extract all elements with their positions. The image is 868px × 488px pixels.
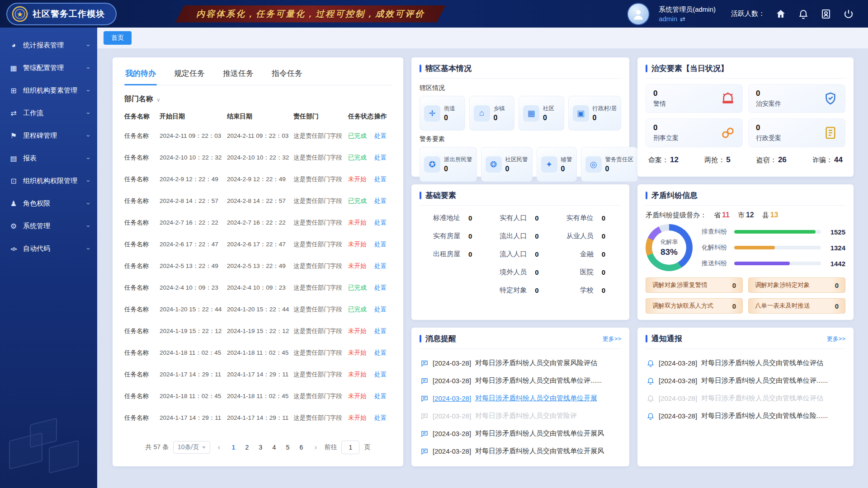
mediation-button[interactable]: 调解对象涉特定对象 0 xyxy=(748,277,845,293)
sidebar-item[interactable]: 报表 xyxy=(0,147,97,169)
user-meta: 系统管理员(admin) admin xyxy=(659,5,716,23)
handle-action-link[interactable]: 处置 xyxy=(374,154,392,162)
notice-item[interactable]: [2024-03-28] 对每日涉矛盾纠纷人员交由管线单位评...... xyxy=(646,372,845,389)
todo-tab[interactable]: 推送任务 xyxy=(222,65,255,85)
security-footer: 命案：12 两抢：5 盗窃：26 诈骗：44 xyxy=(646,147,845,165)
bar-fill xyxy=(734,246,775,249)
donut-value: 83% xyxy=(660,247,678,257)
task-name-cell: 任务名称 xyxy=(124,284,160,292)
end-date-cell: 2024-2-10 10：22：32 xyxy=(227,154,293,162)
task-name-cell: 任务名称 xyxy=(124,327,160,335)
handle-action-link[interactable]: 处置 xyxy=(374,284,392,292)
handle-action-link[interactable]: 处置 xyxy=(374,349,392,357)
handle-action-link[interactable]: 处置 xyxy=(374,371,392,379)
message-text: 对每日涉矛盾纠纷人员交由管险评 xyxy=(475,412,577,420)
basic-col: 实有单位 0 从业人员 0 金融 0 xyxy=(554,213,620,296)
police-stats: 派出所民警 0 社区民警 0 xyxy=(420,147,621,182)
task-name-cell: 任务名称 xyxy=(124,305,160,314)
handle-action-link[interactable]: 处置 xyxy=(374,262,392,270)
message-item[interactable]: [2024-03-28] 对每日涉矛盾纠纷人员交由管线单位开展风 xyxy=(420,442,621,460)
prev-page-button[interactable] xyxy=(215,443,223,451)
message-item[interactable]: [2024-03-28] 对每日涉矛盾纠纷人员交由管线单位开展风 xyxy=(420,425,621,442)
status-cell: 未开始 xyxy=(348,240,374,249)
panel-accent xyxy=(646,65,647,72)
department-cell: 这是责任部门字段 xyxy=(293,284,348,292)
department-filter[interactable]: 部门名称 xyxy=(124,94,392,104)
user-avatar[interactable] xyxy=(627,3,650,25)
col-header: 开始日期 xyxy=(160,113,227,121)
notifications-button[interactable] xyxy=(797,7,810,21)
table-body: 任务名称 2024-2-11 09：22：03 2024-2-11 09：22：… xyxy=(124,125,392,429)
sidebar-item[interactable]: 警综配置管理 xyxy=(0,56,97,79)
sidebar-item[interactable]: 系统管理 xyxy=(0,215,97,237)
username-switcher[interactable]: admin xyxy=(659,15,716,23)
message-item[interactable]: [2024-03-28] 对每日涉矛盾纠纷人员交由管险评 xyxy=(420,407,621,425)
basic-value: 0 xyxy=(535,232,538,240)
main-content: 首页 我的待办 规定任务 推送任务 指令任务 部门名称 任务名称 xyxy=(97,0,868,466)
home-button[interactable] xyxy=(774,7,788,21)
sidebar-item[interactable]: 统计报表管理 xyxy=(0,34,97,56)
message-item[interactable]: [2024-03-28] 对每日涉矛盾纠纷人员交由管线单位开展 xyxy=(420,389,621,407)
goto-page-input[interactable] xyxy=(341,441,359,454)
sidebar-item[interactable]: 自动代码 xyxy=(0,237,97,260)
mediation-button-label: 调解对象涉重复警情 xyxy=(652,281,708,289)
mediation-button[interactable]: 八单一表未及时推送 0 xyxy=(748,298,845,314)
page-number-button[interactable]: 1 xyxy=(227,444,239,451)
contacts-button[interactable] xyxy=(819,7,833,21)
todo-tab[interactable]: 指令任务 xyxy=(271,65,303,85)
more-messages-link[interactable]: 更多>> xyxy=(603,335,621,343)
stat-card: 社区民警 0 xyxy=(481,147,533,182)
mediation-button[interactable]: 调解双方缺联系人方式 0 xyxy=(646,298,743,314)
community-icon xyxy=(523,105,539,122)
next-page-button[interactable] xyxy=(311,443,320,451)
more-notices-link[interactable]: 更多>> xyxy=(827,335,845,343)
page-number-button[interactable]: 6 xyxy=(295,444,307,451)
todo-tab[interactable]: 规定任务 xyxy=(173,65,206,85)
notice-item[interactable]: [2024-03-28] 对每日涉矛盾纠纷人员交由管线单位评估 xyxy=(646,354,845,372)
handle-action-link[interactable]: 处置 xyxy=(374,414,392,422)
tab-home[interactable]: 首页 xyxy=(104,31,132,45)
notice-item[interactable]: [2024-03-28] 对每日涉矛盾纠纷人员交由管线单位评估 xyxy=(646,389,845,407)
department-cell: 这是责任部门字段 xyxy=(293,414,348,422)
basic-value: 0 xyxy=(602,286,605,294)
col-header: 责任部门 xyxy=(293,113,348,121)
handle-action-link[interactable]: 处置 xyxy=(374,132,392,140)
tile-value: 0 xyxy=(653,89,666,98)
todo-tab[interactable]: 我的待办 xyxy=(124,65,157,85)
sidebar-item[interactable]: 组织机构要素管理 xyxy=(0,79,97,102)
mediation-bars: 排查纠纷 1525 化解纠纷 xyxy=(702,228,845,267)
table-row: 任务名称 2024-2-5 13：22：49 2024-2-5 13：22：49… xyxy=(124,255,392,277)
page-size-select[interactable]: 10条/页 xyxy=(173,441,210,454)
page-number-button[interactable]: 3 xyxy=(255,444,266,451)
handle-action-link[interactable]: 处置 xyxy=(374,197,392,205)
sidebar-item[interactable]: 角色权限 xyxy=(0,192,97,215)
handle-action-link[interactable]: 处置 xyxy=(374,240,392,249)
bell-icon xyxy=(646,359,655,367)
logout-button[interactable] xyxy=(842,7,855,21)
auxiliary-police-icon xyxy=(541,156,557,173)
task-name-cell: 任务名称 xyxy=(124,175,160,183)
page-number-button[interactable]: 5 xyxy=(282,444,293,451)
mediation-button[interactable]: 调解对象涉重复警情 0 xyxy=(646,277,743,293)
handle-action-link[interactable]: 处置 xyxy=(374,305,392,314)
message-item[interactable]: [2024-03-28] 对每日涉矛盾纠纷人员交由管线单位评...... xyxy=(420,372,621,389)
page-number-button[interactable]: 2 xyxy=(241,444,253,451)
sidebar-item[interactable]: 组织机构权限管理 xyxy=(0,169,97,192)
notice-item[interactable]: [2024-03-28] 对每日涉矛盾纠纷人员交由管线单位险...... xyxy=(646,407,845,425)
bar-track xyxy=(734,262,821,265)
mediation-button-label: 调解双方缺联系人方式 xyxy=(652,302,713,310)
page-number-button[interactable]: 4 xyxy=(268,444,280,451)
page-size-value: 10条/页 xyxy=(178,443,199,451)
handle-action-link[interactable]: 处置 xyxy=(374,327,392,335)
report-icon xyxy=(8,154,19,163)
message-item[interactable]: [2024-03-28] 对每日涉矛盾纠纷人员交由管展风险评估 xyxy=(420,354,621,372)
task-name-cell: 任务名称 xyxy=(124,132,160,140)
sidebar-item[interactable]: 里程碑管理 xyxy=(0,124,97,147)
table-row: 任务名称 2024-2-10 10：22：32 2024-2-10 10：22：… xyxy=(124,147,392,169)
end-date-cell: 2024-2-5 13：22：49 xyxy=(227,262,293,270)
handle-action-link[interactable]: 处置 xyxy=(374,219,392,227)
resolution-donut-chart: 化解率 83% xyxy=(646,224,693,271)
sidebar-item[interactable]: 工作流 xyxy=(0,102,97,124)
handle-action-link[interactable]: 处置 xyxy=(374,175,392,183)
handle-action-link[interactable]: 处置 xyxy=(374,392,392,400)
